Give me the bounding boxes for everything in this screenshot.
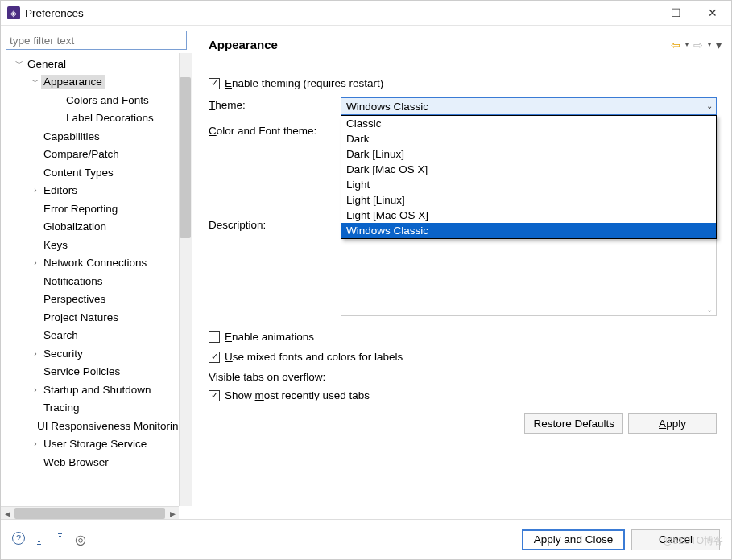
color-font-label: Color and Font theme: bbox=[209, 123, 341, 137]
window-title: Preferences bbox=[25, 7, 620, 19]
resize-grip-icon: ⌄ bbox=[706, 305, 713, 314]
tree-item-ui-responsiveness[interactable]: UI Responsiveness Monitoring bbox=[6, 417, 192, 435]
chevron-down-icon: ⌄ bbox=[706, 101, 713, 110]
page-header: Appearance ⇦ ▾ ⇨ ▾ ▾ bbox=[192, 26, 731, 64]
chevron-right-icon: › bbox=[30, 439, 41, 448]
tree-item-keys[interactable]: Keys bbox=[6, 236, 192, 254]
tree-item-general[interactable]: ﹀General bbox=[6, 55, 192, 73]
tree-item-globalization[interactable]: Globalization bbox=[6, 218, 192, 237]
use-mixed-fonts-row: Use mixed fonts and colors for labels bbox=[209, 351, 717, 363]
help-icon[interactable]: ? bbox=[12, 532, 25, 545]
theme-option[interactable]: Dark [Linux] bbox=[341, 146, 716, 162]
nav-history: ⇦ ▾ ⇨ ▾ ▾ bbox=[669, 39, 723, 51]
import-icon[interactable]: ⭳ bbox=[33, 532, 46, 547]
visible-tabs-label: Visible tabs on overflow: bbox=[209, 371, 717, 383]
left-pane: ﹀General ﹀Appearance Colors and Fonts La… bbox=[1, 26, 192, 519]
show-mru-label[interactable]: Show most recently used tabs bbox=[225, 389, 370, 401]
theme-option[interactable]: Classic bbox=[341, 116, 716, 131]
show-mru-checkbox[interactable] bbox=[209, 390, 220, 401]
tree-item-service-policies[interactable]: Service Policies bbox=[6, 363, 192, 381]
tree-item-startup-shutdown[interactable]: ›Startup and Shutdown bbox=[6, 381, 192, 399]
page-button-row: Restore Defaults Apply bbox=[209, 413, 717, 434]
toolbar-menu-icon[interactable]: ▾ bbox=[714, 39, 723, 51]
nav-back-menu-icon[interactable]: ▾ bbox=[684, 41, 690, 48]
tree-item-compare-patch[interactable]: Compare/Patch bbox=[6, 146, 192, 164]
preferences-window: ◈ Preferences — ☐ ✕ ﹀General ﹀Appearance bbox=[0, 0, 732, 560]
use-mixed-fonts-checkbox[interactable] bbox=[209, 352, 220, 363]
tree-item-notifications[interactable]: Notifications bbox=[6, 272, 192, 290]
page-title: Appearance bbox=[209, 38, 669, 51]
chevron-right-icon: › bbox=[30, 385, 41, 394]
enable-animations-row: Enable animations bbox=[209, 331, 717, 343]
tree-item-editors[interactable]: ›Editors bbox=[6, 182, 192, 200]
apply-button[interactable]: Apply bbox=[628, 413, 717, 434]
tree-item-colors-fonts[interactable]: Colors and Fonts bbox=[6, 91, 192, 109]
tree-item-capabilities[interactable]: Capabilities bbox=[6, 127, 192, 146]
chevron-right-icon: › bbox=[30, 258, 41, 267]
filter-input[interactable] bbox=[6, 31, 187, 50]
nav-forward-menu-icon[interactable]: ▾ bbox=[706, 41, 713, 48]
scroll-left-icon[interactable]: ◂ bbox=[1, 508, 14, 519]
tree-item-user-storage[interactable]: ›User Storage Service bbox=[6, 435, 192, 454]
tree-item-project-natures[interactable]: Project Natures bbox=[6, 308, 192, 327]
apply-and-close-button[interactable]: Apply and Close bbox=[522, 529, 625, 550]
dialog-body: ﹀General ﹀Appearance Colors and Fonts La… bbox=[1, 25, 731, 519]
theme-combo-value: Windows Classic bbox=[346, 101, 428, 113]
tree-item-search[interactable]: Search bbox=[6, 327, 192, 345]
scroll-right-icon[interactable]: ▸ bbox=[166, 508, 179, 519]
tree-item-perspectives[interactable]: Perspectives bbox=[6, 290, 192, 309]
tree-item-label-decorations[interactable]: Label Decorations bbox=[6, 109, 192, 128]
chevron-down-icon: ﹀ bbox=[30, 76, 41, 88]
theme-option[interactable]: Light [Linux] bbox=[341, 192, 716, 208]
right-pane: Appearance ⇦ ▾ ⇨ ▾ ▾ Enable theming (req… bbox=[192, 26, 731, 519]
chevron-right-icon: › bbox=[30, 349, 41, 358]
enable-animations-label[interactable]: Enable animations bbox=[225, 331, 314, 343]
theme-label: Theme: bbox=[209, 97, 341, 111]
tree-hscrollbar[interactable]: ◂ ▸ bbox=[1, 506, 179, 519]
theme-option[interactable]: Windows Classic bbox=[341, 223, 716, 238]
chevron-right-icon: › bbox=[30, 186, 41, 195]
minimize-button[interactable]: — bbox=[620, 1, 657, 25]
nav-back-icon[interactable]: ⇦ bbox=[669, 39, 682, 51]
tree-item-web-browser[interactable]: Web Browser bbox=[6, 453, 192, 471]
enable-theming-checkbox[interactable] bbox=[209, 78, 220, 89]
enable-theming-row: Enable theming (requires restart) bbox=[209, 77, 717, 89]
close-button[interactable]: ✕ bbox=[694, 1, 731, 25]
tree-item-network[interactable]: ›Network Connections bbox=[6, 254, 192, 273]
page-content: Enable theming (requires restart) Theme:… bbox=[192, 64, 731, 519]
chevron-down-icon: ﹀ bbox=[14, 58, 25, 69]
tree-item-appearance[interactable]: ﹀Appearance bbox=[6, 73, 192, 92]
theme-dropdown: Classic Dark Dark [Linux] Dark [Mac OS X… bbox=[341, 115, 717, 239]
oomph-icon[interactable]: ◎ bbox=[75, 532, 86, 547]
description-label: Description: bbox=[209, 217, 341, 231]
use-mixed-fonts-label[interactable]: Use mixed fonts and colors for labels bbox=[225, 351, 403, 363]
tree-item-security[interactable]: ›Security bbox=[6, 344, 192, 363]
theme-combo[interactable]: Windows Classic ⌄ Classic Dark Dark [Lin… bbox=[341, 97, 717, 115]
tree-item-tracing[interactable]: Tracing bbox=[6, 399, 192, 418]
show-mru-row: Show most recently used tabs bbox=[209, 389, 717, 401]
window-controls: — ☐ ✕ bbox=[620, 1, 731, 25]
dialog-footer: ? ⭳ ⭱ ◎ Apply and Close Cancel bbox=[1, 519, 731, 559]
tree-vscrollbar[interactable] bbox=[179, 53, 192, 506]
nav-forward-icon[interactable]: ⇨ bbox=[692, 39, 705, 51]
theme-row: Theme: Windows Classic ⌄ Classic Dark Da… bbox=[209, 97, 717, 115]
export-icon[interactable]: ⭱ bbox=[54, 532, 67, 547]
tree-item-error-reporting[interactable]: Error Reporting bbox=[6, 200, 192, 218]
restore-defaults-button[interactable]: Restore Defaults bbox=[524, 413, 623, 434]
titlebar: ◈ Preferences — ☐ ✕ bbox=[1, 1, 731, 25]
eclipse-icon: ◈ bbox=[7, 6, 20, 19]
theme-option[interactable]: Light bbox=[341, 177, 716, 192]
theme-option[interactable]: Dark bbox=[341, 131, 716, 146]
tree-item-content-types[interactable]: Content Types bbox=[6, 163, 192, 182]
theme-option[interactable]: Dark [Mac OS X] bbox=[341, 162, 716, 177]
preference-tree: ﹀General ﹀Appearance Colors and Fonts La… bbox=[1, 53, 192, 519]
maximize-button[interactable]: ☐ bbox=[657, 1, 694, 25]
theme-option[interactable]: Light [Mac OS X] bbox=[341, 208, 716, 223]
enable-animations-checkbox[interactable] bbox=[209, 331, 220, 343]
enable-theming-label[interactable]: Enable theming (requires restart) bbox=[225, 77, 383, 89]
cancel-button[interactable]: Cancel bbox=[631, 529, 720, 550]
